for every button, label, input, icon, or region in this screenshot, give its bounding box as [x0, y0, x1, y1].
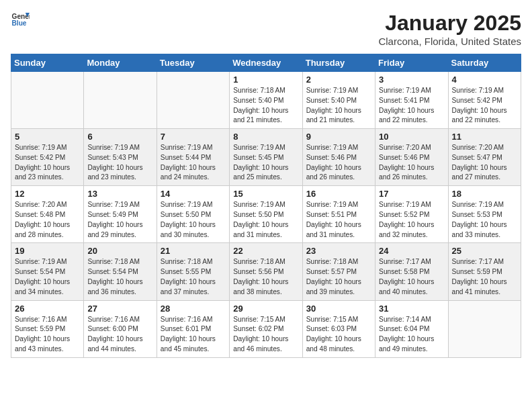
calendar-cell: 26Sunrise: 7:16 AM Sunset: 5:59 PM Dayli…: [11, 300, 84, 357]
day-info: Sunrise: 7:20 AM Sunset: 5:47 PM Dayligh…: [452, 143, 517, 183]
calendar-cell: 7Sunrise: 7:19 AM Sunset: 5:44 PM Daylig…: [157, 129, 229, 186]
calendar-cell: 1Sunrise: 7:18 AM Sunset: 5:40 PM Daylig…: [230, 72, 302, 129]
day-number: 22: [233, 246, 298, 256]
calendar-cell: 12Sunrise: 7:20 AM Sunset: 5:48 PM Dayli…: [11, 186, 84, 243]
day-number: 30: [306, 304, 371, 314]
day-number: 5: [15, 132, 80, 142]
calendar-cell: 27Sunrise: 7:16 AM Sunset: 6:00 PM Dayli…: [84, 300, 157, 357]
location-title: Clarcona, Florida, United States: [378, 36, 521, 47]
day-info: Sunrise: 7:15 AM Sunset: 6:03 PM Dayligh…: [306, 315, 371, 355]
day-info: Sunrise: 7:19 AM Sunset: 5:45 PM Dayligh…: [233, 143, 298, 183]
calendar-week-row: 26Sunrise: 7:16 AM Sunset: 5:59 PM Dayli…: [11, 300, 521, 357]
calendar-cell: 30Sunrise: 7:15 AM Sunset: 6:03 PM Dayli…: [302, 300, 375, 357]
day-number: 28: [161, 304, 226, 314]
day-number: 4: [452, 75, 517, 85]
day-number: 12: [15, 189, 80, 199]
day-number: 10: [379, 132, 444, 142]
calendar-cell: 2Sunrise: 7:19 AM Sunset: 5:40 PM Daylig…: [302, 72, 375, 129]
calendar-cell: [84, 72, 157, 129]
calendar-table: SundayMondayTuesdayWednesdayThursdayFrid…: [11, 54, 521, 358]
calendar-cell: 11Sunrise: 7:20 AM Sunset: 5:47 PM Dayli…: [448, 129, 521, 186]
day-info: Sunrise: 7:19 AM Sunset: 5:42 PM Dayligh…: [15, 143, 80, 183]
day-info: Sunrise: 7:16 AM Sunset: 6:01 PM Dayligh…: [161, 315, 226, 355]
calendar-cell: 31Sunrise: 7:14 AM Sunset: 6:04 PM Dayli…: [375, 300, 448, 357]
day-number: 19: [15, 246, 80, 256]
calendar-week-row: 19Sunrise: 7:19 AM Sunset: 5:54 PM Dayli…: [11, 243, 521, 300]
day-number: 15: [233, 189, 298, 199]
day-number: 18: [452, 189, 517, 199]
day-info: Sunrise: 7:16 AM Sunset: 5:59 PM Dayligh…: [15, 315, 80, 355]
weekday-header-sunday: Sunday: [11, 54, 84, 72]
weekday-header-saturday: Saturday: [448, 54, 521, 72]
weekday-header-friday: Friday: [375, 54, 448, 72]
day-info: Sunrise: 7:19 AM Sunset: 5:54 PM Dayligh…: [15, 257, 80, 297]
calendar-week-row: 5Sunrise: 7:19 AM Sunset: 5:42 PM Daylig…: [11, 129, 521, 186]
day-info: Sunrise: 7:19 AM Sunset: 5:42 PM Dayligh…: [452, 86, 517, 126]
day-number: 1: [233, 75, 298, 85]
weekday-header-monday: Monday: [84, 54, 157, 72]
calendar-cell: 20Sunrise: 7:18 AM Sunset: 5:54 PM Dayli…: [84, 243, 157, 300]
day-info: Sunrise: 7:19 AM Sunset: 5:50 PM Dayligh…: [233, 200, 298, 240]
day-info: Sunrise: 7:17 AM Sunset: 5:58 PM Dayligh…: [379, 257, 444, 297]
calendar-cell: 18Sunrise: 7:19 AM Sunset: 5:53 PM Dayli…: [448, 186, 521, 243]
calendar-cell: 19Sunrise: 7:19 AM Sunset: 5:54 PM Dayli…: [11, 243, 84, 300]
calendar-cell: [448, 300, 521, 357]
calendar-cell: [157, 72, 229, 129]
day-number: 16: [306, 189, 371, 199]
weekday-header-tuesday: Tuesday: [157, 54, 229, 72]
day-number: 17: [379, 189, 444, 199]
day-info: Sunrise: 7:19 AM Sunset: 5:43 PM Dayligh…: [87, 143, 152, 183]
day-number: 31: [379, 304, 444, 314]
day-number: 9: [306, 132, 371, 142]
calendar-week-row: 12Sunrise: 7:20 AM Sunset: 5:48 PM Dayli…: [11, 186, 521, 243]
day-info: Sunrise: 7:18 AM Sunset: 5:55 PM Dayligh…: [161, 257, 226, 297]
calendar-week-row: 1Sunrise: 7:18 AM Sunset: 5:40 PM Daylig…: [11, 72, 521, 129]
calendar-cell: 6Sunrise: 7:19 AM Sunset: 5:43 PM Daylig…: [84, 129, 157, 186]
calendar-cell: 22Sunrise: 7:18 AM Sunset: 5:56 PM Dayli…: [230, 243, 302, 300]
calendar-cell: 24Sunrise: 7:17 AM Sunset: 5:58 PM Dayli…: [375, 243, 448, 300]
day-info: Sunrise: 7:19 AM Sunset: 5:41 PM Dayligh…: [379, 86, 444, 126]
calendar-cell: 17Sunrise: 7:19 AM Sunset: 5:52 PM Dayli…: [375, 186, 448, 243]
calendar-cell: 13Sunrise: 7:19 AM Sunset: 5:49 PM Dayli…: [84, 186, 157, 243]
day-number: 25: [452, 246, 517, 256]
day-info: Sunrise: 7:19 AM Sunset: 5:53 PM Dayligh…: [452, 200, 517, 240]
day-info: Sunrise: 7:15 AM Sunset: 6:02 PM Dayligh…: [233, 315, 298, 355]
day-info: Sunrise: 7:17 AM Sunset: 5:59 PM Dayligh…: [452, 257, 517, 297]
calendar-cell: 16Sunrise: 7:19 AM Sunset: 5:51 PM Dayli…: [302, 186, 375, 243]
day-number: 11: [452, 132, 517, 142]
day-number: 29: [233, 304, 298, 314]
title-area: January 2025 Clarcona, Florida, United S…: [378, 11, 521, 47]
calendar-cell: 29Sunrise: 7:15 AM Sunset: 6:02 PM Dayli…: [230, 300, 302, 357]
calendar-cell: 10Sunrise: 7:20 AM Sunset: 5:46 PM Dayli…: [375, 129, 448, 186]
day-number: 24: [379, 246, 444, 256]
calendar-cell: 9Sunrise: 7:19 AM Sunset: 5:46 PM Daylig…: [302, 129, 375, 186]
calendar-cell: [11, 72, 84, 129]
day-info: Sunrise: 7:19 AM Sunset: 5:46 PM Dayligh…: [306, 143, 371, 183]
day-info: Sunrise: 7:20 AM Sunset: 5:46 PM Dayligh…: [379, 143, 444, 183]
logo: General Blue: [11, 11, 30, 30]
day-number: 26: [15, 304, 80, 314]
page-header: General Blue January 2025 Clarcona, Flor…: [11, 11, 521, 47]
weekday-header-wednesday: Wednesday: [230, 54, 302, 72]
svg-text:Blue: Blue: [12, 19, 27, 27]
calendar-cell: 5Sunrise: 7:19 AM Sunset: 5:42 PM Daylig…: [11, 129, 84, 186]
day-info: Sunrise: 7:19 AM Sunset: 5:50 PM Dayligh…: [161, 200, 226, 240]
calendar-cell: 23Sunrise: 7:18 AM Sunset: 5:57 PM Dayli…: [302, 243, 375, 300]
day-info: Sunrise: 7:18 AM Sunset: 5:40 PM Dayligh…: [233, 86, 298, 126]
day-info: Sunrise: 7:19 AM Sunset: 5:44 PM Dayligh…: [161, 143, 226, 183]
day-number: 8: [233, 132, 298, 142]
day-info: Sunrise: 7:16 AM Sunset: 6:00 PM Dayligh…: [87, 315, 152, 355]
calendar-cell: 3Sunrise: 7:19 AM Sunset: 5:41 PM Daylig…: [375, 72, 448, 129]
month-title: January 2025: [378, 11, 521, 36]
day-number: 6: [87, 132, 152, 142]
day-number: 7: [161, 132, 226, 142]
calendar-cell: 25Sunrise: 7:17 AM Sunset: 5:59 PM Dayli…: [448, 243, 521, 300]
day-number: 27: [87, 304, 152, 314]
weekday-header-row: SundayMondayTuesdayWednesdayThursdayFrid…: [11, 54, 521, 72]
day-info: Sunrise: 7:19 AM Sunset: 5:51 PM Dayligh…: [306, 200, 371, 240]
calendar-cell: 28Sunrise: 7:16 AM Sunset: 6:01 PM Dayli…: [157, 300, 229, 357]
day-info: Sunrise: 7:14 AM Sunset: 6:04 PM Dayligh…: [379, 315, 444, 355]
day-info: Sunrise: 7:19 AM Sunset: 5:49 PM Dayligh…: [87, 200, 152, 240]
calendar-cell: 21Sunrise: 7:18 AM Sunset: 5:55 PM Dayli…: [157, 243, 229, 300]
day-number: 13: [87, 189, 152, 199]
